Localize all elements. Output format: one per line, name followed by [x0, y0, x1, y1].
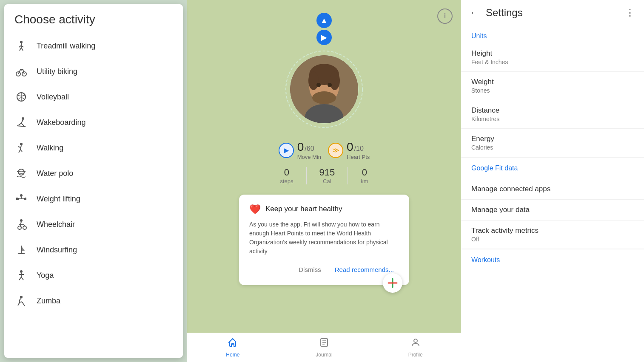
- chevron-down-button[interactable]: ▶: [316, 30, 332, 45]
- google-fit-logo: ❤️: [249, 203, 261, 215]
- settings-item-manage-your-data[interactable]: Manage your data: [461, 200, 644, 221]
- activity-panel: Choose activity Treadmill walking Utilit…: [4, 4, 183, 358]
- activity-item-yoga[interactable]: Yoga: [4, 263, 183, 288]
- settings-link-google-fit-data[interactable]: Google Fit data: [461, 157, 644, 179]
- bottom-nav: Home Journal Profile: [187, 333, 461, 362]
- svg-rect-21: [24, 198, 25, 200]
- settings-header: ← Settings ⋮: [461, 0, 644, 25]
- settings-item-weight[interactable]: Weight Stones: [461, 72, 644, 100]
- activity-item-wheelchair[interactable]: Wheelchair: [4, 212, 183, 237]
- nav-item-profile[interactable]: Profile: [370, 337, 461, 358]
- svg-point-43: [330, 71, 340, 90]
- svg-line-16: [20, 150, 22, 152]
- home-nav-label: Home: [226, 352, 239, 358]
- activity-item-volleyball[interactable]: Volleyball: [4, 84, 183, 110]
- cal-label: Cal: [323, 178, 331, 184]
- settings-section-units: Units: [461, 25, 644, 43]
- settings-panel: ← Settings ⋮ Units Height Feet & Inches …: [461, 0, 644, 362]
- svg-point-45: [316, 83, 321, 87]
- steps-label: steps: [280, 178, 293, 184]
- nav-item-home[interactable]: Home: [187, 337, 279, 358]
- move-min-stat: ▶ 0 /60 Move Min: [279, 140, 321, 160]
- settings-item-height[interactable]: Height Feet & Inches: [461, 43, 644, 72]
- journal-nav-label: Journal: [316, 352, 332, 358]
- svg-point-42: [308, 71, 319, 90]
- settings-item-title: Manage connected apps: [471, 185, 634, 193]
- svg-point-34: [20, 296, 23, 298]
- svg-rect-20: [17, 198, 19, 200]
- numbers-row: 0 steps 915 Cal 0 km: [267, 167, 381, 184]
- svg-line-13: [20, 145, 21, 150]
- svg-line-15: [19, 150, 20, 153]
- more-options-button[interactable]: ⋮: [625, 7, 635, 18]
- settings-item-track-activity-metrics[interactable]: Track activity metrics Off: [461, 221, 644, 249]
- back-button[interactable]: ←: [470, 7, 479, 18]
- move-min-label: Move Min: [297, 154, 321, 160]
- svg-line-35: [18, 303, 20, 305]
- settings-item-manage-connected-apps[interactable]: Manage connected apps: [461, 179, 644, 200]
- activity-item-walking[interactable]: Walking: [4, 135, 183, 161]
- svg-point-46: [328, 83, 332, 87]
- svg-text:❤️: ❤️: [249, 204, 261, 215]
- wakeboarding-icon: [14, 116, 28, 129]
- move-min-icon: ▶: [279, 143, 294, 158]
- activity-item-water-polo[interactable]: Water polo: [4, 161, 183, 186]
- activity-item-weight-lifting[interactable]: Weight lifting: [4, 186, 183, 212]
- volleyball-icon: [14, 90, 28, 104]
- cal-value: 915: [319, 167, 335, 178]
- settings-item-title: Distance: [471, 106, 634, 115]
- zumba-icon: [14, 294, 28, 308]
- walking-label: Walking: [37, 144, 63, 153]
- info-button[interactable]: i: [437, 8, 453, 24]
- svg-point-23: [20, 194, 23, 197]
- svg-point-24: [20, 219, 23, 222]
- heart-pts-stat: ≫ 0 /10 Heart Pts: [328, 140, 370, 160]
- activity-item-wakeboarding[interactable]: Wakeboarding: [4, 110, 183, 135]
- settings-item-title: Manage your data: [471, 206, 634, 214]
- heart-pts-denom: /10: [354, 145, 364, 153]
- heart-card-title: Keep your heart healthy: [265, 205, 342, 213]
- steps-value: 0: [284, 167, 289, 178]
- fab-button[interactable]: [383, 273, 402, 293]
- settings-item-title: Weight: [471, 78, 634, 86]
- heart-card-header: ❤️ Keep your heart healthy: [249, 203, 399, 215]
- settings-item-energy[interactable]: Energy Calories: [461, 129, 644, 157]
- avatar-section: ▲ ▶: [282, 13, 367, 132]
- weight-lifting-label: Weight lifting: [37, 195, 80, 204]
- nav-item-journal[interactable]: Journal: [279, 337, 370, 358]
- activity-item-zumba[interactable]: Zumba: [4, 288, 183, 314]
- svg-line-14: [18, 147, 20, 147]
- settings-item-subtitle: Feet & Inches: [471, 59, 634, 65]
- yoga-icon: [14, 269, 28, 282]
- dismiss-button[interactable]: Dismiss: [294, 263, 326, 277]
- home-icon: [228, 337, 238, 350]
- volleyball-label: Volleyball: [37, 93, 69, 102]
- heart-pts-icon: ≫: [328, 143, 343, 158]
- avatar: [290, 55, 358, 123]
- chevron-up-button[interactable]: ▲: [316, 13, 332, 28]
- settings-link-workouts[interactable]: Workouts: [461, 249, 644, 271]
- utility-biking-label: Utility biking: [37, 67, 77, 76]
- heart-pts-label: Heart Pts: [347, 154, 370, 160]
- settings-item-subtitle: Calories: [471, 144, 634, 151]
- wakeboarding-label: Wakeboarding: [37, 118, 85, 127]
- settings-item-distance[interactable]: Distance Kilometres: [461, 100, 644, 129]
- svg-point-29: [20, 270, 23, 273]
- card-actions: Dismiss Read recommends...: [249, 263, 399, 277]
- steps-stat: 0 steps: [267, 167, 306, 184]
- wheelchair-icon: [14, 218, 28, 231]
- profile-nav-label: Profile: [408, 352, 423, 358]
- activity-item-treadmill-walking[interactable]: Treadmill walking: [4, 33, 183, 59]
- yoga-label: Yoga: [37, 271, 54, 280]
- move-min-denom: /60: [305, 145, 314, 153]
- wheelchair-label: Wheelchair: [37, 220, 75, 229]
- heart-card: ❤️ Keep your heart healthy As you use th…: [239, 195, 409, 285]
- settings-item-subtitle: Stones: [471, 87, 634, 94]
- treadmill-walking-icon: [14, 39, 28, 53]
- svg-point-44: [312, 91, 336, 104]
- avatar-ring: [282, 47, 367, 132]
- activity-item-windsurfing[interactable]: Windsurfing: [4, 237, 183, 263]
- activity-item-utility-biking[interactable]: Utility biking: [4, 59, 183, 84]
- svg-marker-28: [21, 246, 25, 251]
- svg-line-36: [23, 303, 25, 306]
